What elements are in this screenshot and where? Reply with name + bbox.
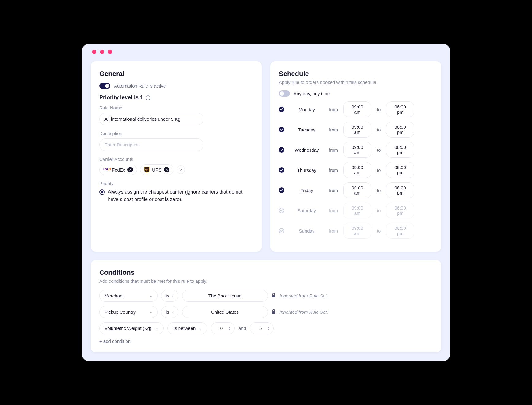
from-word: from [327, 107, 340, 112]
day-name: Thursday [290, 168, 324, 173]
close-window-dot[interactable] [92, 50, 96, 54]
condition-value-select[interactable]: United States [182, 306, 268, 318]
rule-name-input[interactable] [99, 113, 203, 125]
to-time-input[interactable]: 06:00 pm [386, 142, 414, 158]
traffic-lights [91, 50, 441, 54]
svg-rect-4 [272, 295, 275, 297]
inherited-note: Inherited from Rule Set. [279, 309, 328, 315]
conditions-title: Conditions [99, 269, 433, 277]
to-word: to [375, 228, 382, 233]
from-word: from [327, 127, 340, 132]
day-enabled-toggle[interactable] [279, 147, 284, 153]
from-time-input[interactable]: 09:00 am [343, 142, 371, 158]
schedule-row: Fridayfrom09:00 amto06:00 pm [279, 182, 433, 198]
chevron-down-icon: ⌄ [198, 326, 201, 330]
priority-level-text: Priority level is 1 [99, 94, 143, 101]
condition-value-select[interactable]: The Boot House [182, 290, 268, 302]
to-time-input[interactable]: 06:00 pm [386, 223, 414, 239]
conditions-subtitle: Add conditions that must be met for this… [99, 278, 433, 284]
maximize-window-dot[interactable] [108, 50, 112, 54]
to-time-input[interactable]: 06:00 pm [386, 162, 414, 178]
day-name: Monday [290, 107, 324, 112]
range-from-input[interactable]: 0 ▲▼ [211, 322, 235, 334]
priority-cheapest-radio[interactable] [99, 189, 105, 195]
description-input[interactable] [99, 138, 203, 151]
day-name: Sunday [290, 228, 324, 233]
from-time-input[interactable]: 09:00 am [343, 122, 371, 138]
chevron-down-icon: ⌄ [150, 310, 152, 314]
to-word: to [375, 168, 382, 173]
schedule-row: Mondayfrom09:00 amto06:00 pm [279, 101, 433, 117]
day-enabled-toggle[interactable] [279, 187, 284, 193]
condition-field-select[interactable]: Merchant⌄ [99, 290, 158, 302]
from-time-input[interactable]: 09:00 am [343, 223, 371, 239]
add-condition-button[interactable]: + add condition [99, 339, 433, 344]
carrier-chip-label: UPS [152, 167, 162, 172]
condition-operator-select[interactable]: is between ⌄ [167, 322, 207, 334]
day-enabled-toggle[interactable] [279, 127, 284, 132]
lock-icon [272, 309, 276, 315]
to-time-input[interactable]: 06:00 pm [386, 202, 414, 218]
priority-label: Priority [99, 181, 253, 186]
schedule-row: Thursdayfrom09:00 amto06:00 pm [279, 162, 433, 178]
from-word: from [327, 208, 340, 213]
to-time-input[interactable]: 06:00 pm [386, 182, 414, 198]
svg-point-1 [148, 97, 148, 97]
day-enabled-toggle[interactable] [279, 208, 284, 213]
remove-carrier-ups[interactable]: ✕ [164, 167, 169, 172]
to-time-input[interactable]: 06:00 pm [386, 101, 414, 117]
condition-operator-select[interactable]: is⌄ [161, 306, 178, 318]
condition-row-range: Volumetric Weight (Kg) ⌄ is between ⌄ 0 … [99, 322, 433, 334]
anytime-label: Any day, any time [294, 91, 330, 96]
remove-carrier-fedex[interactable]: ✕ [127, 167, 133, 172]
schedule-row: Tuesdayfrom09:00 amto06:00 pm [279, 122, 433, 138]
rule-active-toggle[interactable] [99, 83, 110, 89]
minimize-window-dot[interactable] [100, 50, 104, 54]
day-enabled-toggle[interactable] [279, 228, 284, 233]
from-time-input[interactable]: 09:00 am [343, 162, 371, 178]
stepper-icon[interactable]: ▲▼ [228, 326, 231, 331]
condition-field-select[interactable]: Volumetric Weight (Kg) ⌄ [99, 322, 164, 334]
info-icon[interactable] [146, 95, 150, 100]
lock-icon [272, 293, 276, 299]
day-name: Tuesday [290, 127, 324, 132]
range-and-word: and [238, 326, 246, 331]
priority-cheapest-text: Always assign the cheapest carrier (igno… [108, 188, 253, 203]
chevron-down-icon: ⌄ [150, 294, 152, 298]
schedule-title: Schedule [279, 70, 433, 78]
schedule-subtitle: Apply rule to orders booked within this … [279, 80, 433, 85]
from-time-input[interactable]: 09:00 am [343, 101, 371, 117]
to-word: to [375, 127, 382, 132]
rule-name-label: Rule Name [99, 105, 253, 110]
condition-row: Pickup Country⌄is⌄United StatesInherited… [99, 306, 433, 318]
svg-text:ups: ups [145, 169, 149, 171]
day-name: Friday [290, 188, 324, 193]
schedule-row: Wednesdayfrom09:00 amto06:00 pm [279, 142, 433, 158]
from-word: from [327, 228, 340, 233]
condition-operator-select[interactable]: is⌄ [161, 290, 178, 302]
chevron-down-icon [179, 169, 182, 171]
chevron-down-icon: ⌄ [171, 294, 174, 298]
chevron-down-icon: ⌄ [156, 326, 158, 330]
add-carrier-dropdown[interactable] [177, 165, 185, 174]
rule-active-label: Automation Rule is active [114, 83, 166, 89]
svg-rect-5 [272, 311, 275, 314]
condition-field-select[interactable]: Pickup Country⌄ [99, 306, 158, 318]
anytime-toggle[interactable] [279, 90, 290, 97]
schedule-row: Saturdayfrom09:00 amto06:00 pm [279, 202, 433, 218]
day-name: Wednesday [290, 147, 324, 153]
carrier-accounts-label: Carrier Accounts [99, 157, 253, 162]
from-time-input[interactable]: 09:00 am [343, 202, 371, 218]
day-enabled-toggle[interactable] [279, 107, 284, 112]
to-time-input[interactable]: 06:00 pm [386, 122, 414, 138]
to-word: to [375, 147, 382, 153]
from-time-input[interactable]: 09:00 am [343, 182, 371, 198]
fedex-logo-icon: FedEx [103, 168, 109, 172]
schedule-card: Schedule Apply rule to orders booked wit… [270, 61, 441, 252]
day-name: Saturday [290, 208, 324, 213]
carrier-chip-fedex: FedEx FedEx ✕ [99, 165, 137, 175]
from-word: from [327, 168, 340, 173]
day-enabled-toggle[interactable] [279, 167, 284, 173]
range-to-input[interactable]: 5 ▲▼ [250, 322, 274, 334]
stepper-icon[interactable]: ▲▼ [267, 326, 270, 331]
